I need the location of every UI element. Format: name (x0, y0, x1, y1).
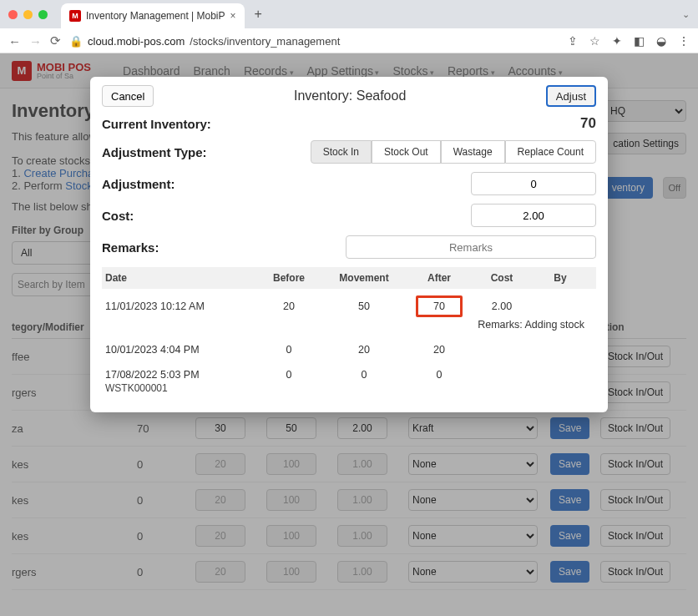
panel-icon[interactable]: ◧ (634, 34, 645, 48)
history-row: 11/01/2023 10:12 AM 20 50 70 2.00 Remark… (102, 289, 596, 337)
url-host: cloud.mobi-pos.com (88, 35, 185, 48)
current-inventory-label: Current Inventory: (102, 117, 269, 131)
hist-movement: 0 (322, 369, 406, 381)
address-bar[interactable]: 🔒 cloud.mobi-pos.com/stocks/inventory_ma… (69, 35, 559, 48)
profile-icon[interactable]: ◒ (656, 34, 666, 48)
adjustment-label: Adjustment: (102, 177, 269, 191)
hist-date: 11/01/2023 10:12 AM (105, 300, 255, 312)
th-by: By (531, 272, 589, 284)
inventory-modal: Cancel Inventory: Seafood Adjust Current… (90, 77, 608, 412)
window-controls (8, 10, 48, 19)
th-date: Date (105, 272, 255, 284)
maximize-window-icon[interactable] (38, 10, 48, 19)
hist-after: 70 (406, 295, 473, 317)
th-movement: Movement (322, 272, 406, 284)
close-window-icon[interactable] (8, 10, 18, 19)
hist-date: 10/01/2023 4:04 PM (105, 344, 255, 356)
app-root: M MOBI POSPoint of Sa Dashboard Branch R… (0, 53, 698, 616)
forward-icon: → (29, 34, 42, 48)
hist-before: 0 (255, 369, 322, 381)
hist-before: 20 (255, 300, 322, 312)
cost-label: Cost: (102, 209, 269, 223)
hist-movement: 50 (322, 300, 406, 312)
history-row: 17/08/2022 5:03 PM 0 0 0 WSTK000001 (102, 362, 596, 401)
browser-chrome: M Inventory Management | MobiP × + ⌄ ← →… (0, 0, 698, 53)
adjustment-type-label: Adjustment Type: (102, 145, 269, 159)
url-path: /stocks/inventory_management (190, 35, 340, 48)
hist-date: 17/08/2022 5:03 PM (105, 369, 255, 381)
adjust-button[interactable]: Adjust (546, 85, 596, 107)
modal-title: Inventory: Seafood (154, 88, 545, 104)
hist-sub: WSTK000001 (105, 382, 593, 394)
remarks-input[interactable] (346, 235, 596, 259)
browser-tabbar: M Inventory Management | MobiP × + ⌄ (0, 0, 698, 28)
th-before: Before (255, 272, 322, 284)
th-cost: Cost (473, 272, 531, 284)
th-after: After (406, 272, 473, 284)
seg-stock-out[interactable]: Stock Out (372, 140, 441, 164)
close-tab-icon[interactable]: × (230, 10, 236, 22)
history-row: 10/01/2023 4:04 PM 0 20 20 (102, 337, 596, 362)
hist-after: 20 (406, 344, 473, 356)
extensions-icon[interactable]: ✦ (612, 34, 622, 48)
new-tab-button[interactable]: + (255, 7, 262, 22)
hist-movement: 20 (322, 344, 406, 356)
minimize-window-icon[interactable] (23, 10, 33, 19)
history-header: Date Before Movement After Cost By (102, 267, 596, 289)
hist-after: 0 (406, 369, 473, 381)
browser-tab[interactable]: M Inventory Management | MobiP × (61, 3, 245, 28)
hist-before: 0 (255, 344, 322, 356)
reload-icon[interactable]: ⟳ (50, 33, 61, 48)
hist-cost: 2.00 (473, 300, 531, 312)
cost-input[interactable] (471, 204, 596, 227)
seg-wastage[interactable]: Wastage (441, 140, 505, 164)
tabs-menu-icon[interactable]: ⌄ (682, 9, 690, 20)
browser-toolbar: ← → ⟳ 🔒 cloud.mobi-pos.com/stocks/invent… (0, 28, 698, 53)
hist-remarks: Remarks: Adding stock (105, 319, 593, 331)
remarks-label: Remarks: (102, 240, 269, 255)
back-icon[interactable]: ← (8, 34, 21, 48)
menu-icon[interactable]: ⋮ (678, 34, 690, 48)
lock-icon: 🔒 (69, 35, 83, 48)
share-icon[interactable]: ⇪ (568, 34, 578, 48)
current-inventory-value: 70 (580, 115, 596, 132)
adjustment-type-segment: Stock In Stock Out Wastage Replace Count (311, 140, 596, 164)
seg-stock-in[interactable]: Stock In (311, 140, 372, 164)
favicon-icon: M (69, 10, 81, 22)
history-table: Date Before Movement After Cost By 11/01… (102, 267, 596, 401)
cancel-button[interactable]: Cancel (102, 85, 154, 107)
bookmark-icon[interactable]: ☆ (589, 34, 600, 48)
adjustment-input[interactable] (471, 172, 596, 195)
tab-title: Inventory Management | MobiP (86, 10, 225, 22)
seg-replace-count[interactable]: Replace Count (505, 140, 596, 164)
